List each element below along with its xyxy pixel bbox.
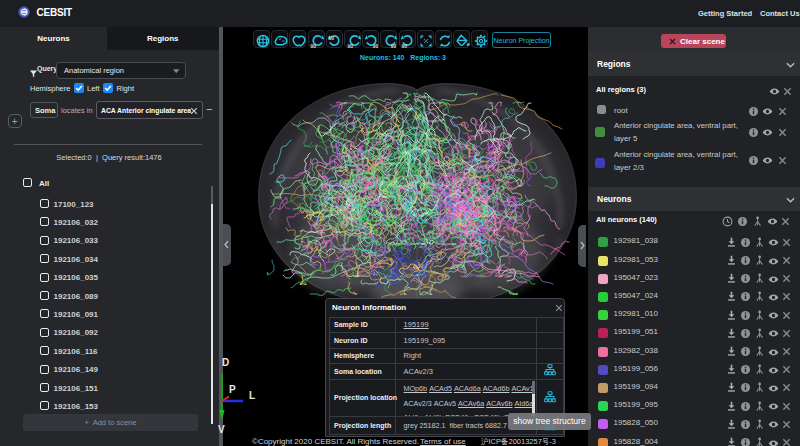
svg-text:D: D bbox=[222, 357, 229, 368]
svg-text:L: L bbox=[249, 390, 255, 401]
svg-text:P: P bbox=[229, 384, 236, 395]
svg-text:V: V bbox=[218, 424, 225, 435]
